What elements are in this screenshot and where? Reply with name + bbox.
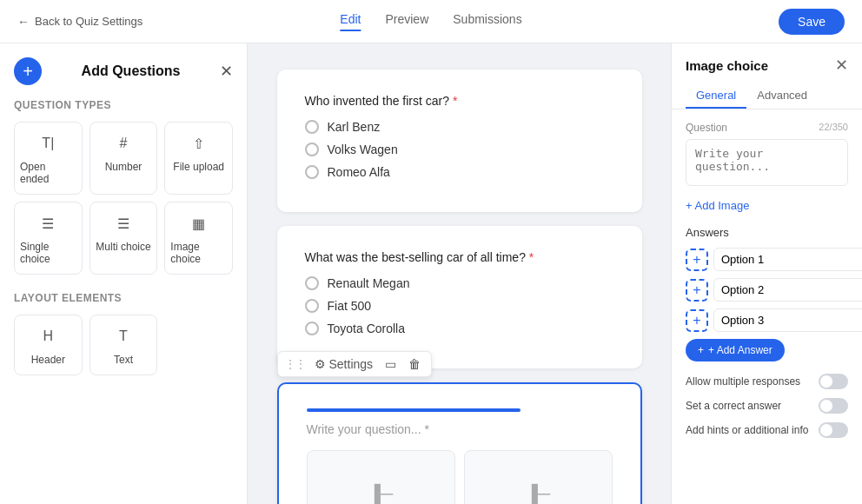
answer-input-3[interactable] — [713, 308, 862, 332]
save-button[interactable]: Save — [779, 9, 845, 35]
duplicate-icon: ▭ — [385, 357, 396, 371]
active-question-card[interactable]: Write your question... * ▐─ ▐─ — [277, 382, 642, 504]
gear-icon: ⚙ — [315, 357, 326, 371]
delete-toolbar-button[interactable]: 🗑 — [405, 355, 424, 373]
sidebar-title: Add Questions — [82, 63, 181, 79]
left-sidebar: + Add Questions ✕ Question types T| Open… — [0, 43, 248, 504]
nav-tabs: Edit Preview Submissions — [340, 12, 521, 31]
type-single-choice[interactable]: ☰ Single choice — [14, 202, 83, 275]
radio-2-2 — [305, 299, 319, 313]
plus-button[interactable]: + — [14, 57, 42, 85]
panel-tab-general[interactable]: General — [686, 83, 746, 109]
question-card-1[interactable]: Who invented the first car? * Karl Benz … — [277, 70, 642, 212]
image-choice-icon: ▦ — [187, 211, 211, 235]
file-upload-icon: ⇧ — [187, 131, 211, 156]
trash-icon: 🗑 — [408, 357, 421, 371]
layout-header-label: Header — [31, 354, 65, 366]
tab-preview[interactable]: Preview — [385, 12, 428, 31]
number-icon: # — [111, 131, 136, 156]
answer-input-1[interactable] — [713, 248, 862, 271]
type-number[interactable]: # Number — [90, 122, 158, 195]
char-count: 22/350 — [819, 122, 848, 134]
image-placeholder-1[interactable]: ▐─ — [307, 450, 455, 504]
answer-add-btn-2[interactable]: + — [686, 279, 708, 302]
active-progress-bar — [307, 408, 521, 412]
question-card-2[interactable]: What was the best-selling car of all tim… — [277, 226, 642, 368]
question-2-text: What was the best-selling car of all tim… — [305, 250, 614, 264]
toggle-multiple-responses-control[interactable] — [819, 374, 848, 389]
image-icon-2: ▐─ — [526, 484, 550, 504]
q1-option-1: Karl Benz — [305, 120, 614, 134]
sidebar-close-button[interactable]: ✕ — [220, 63, 233, 79]
panel-tabs: General Advanced — [672, 75, 862, 109]
q1-option-3: Romeo Alfa — [305, 165, 614, 179]
layout-elements-grid: H Header T Text — [14, 315, 233, 375]
main-layout: + Add Questions ✕ Question types T| Open… — [0, 43, 862, 504]
question-types-grid: T| Open ended # Number ⇧ File upload ☰ S… — [14, 122, 233, 275]
required-star-2: * — [529, 250, 534, 264]
answer-input-2[interactable] — [713, 278, 862, 302]
sidebar-header: + Add Questions ✕ — [14, 57, 233, 85]
question-textarea[interactable] — [686, 139, 848, 186]
plus-icon: + — [698, 344, 704, 356]
single-choice-icon: ☰ — [36, 211, 60, 235]
type-number-label: Number — [105, 161, 143, 173]
answer-add-btn-1[interactable]: + — [686, 249, 708, 271]
question-1-text: Who invented the first car? * — [305, 94, 614, 108]
type-open-ended[interactable]: T| Open ended — [14, 122, 83, 195]
answers-label: Answers — [686, 226, 848, 239]
layout-text-label: Text — [114, 354, 133, 366]
card-toolbar: ⋮⋮ ⚙ Settings ▭ 🗑 — [277, 351, 433, 377]
duplicate-toolbar-button[interactable]: ▭ — [381, 355, 400, 373]
add-image-button[interactable]: + Add Image — [686, 192, 749, 219]
question-types-label: Question types — [14, 99, 233, 111]
panel-tab-advanced[interactable]: Advanced — [746, 83, 818, 109]
type-file-upload-label: File upload — [173, 161, 224, 173]
drag-handle-icon: ⋮⋮ — [285, 358, 306, 370]
layout-header[interactable]: H Header — [14, 315, 83, 375]
radio-2-3 — [305, 322, 319, 335]
back-label: Back to Quiz Settings — [35, 15, 143, 28]
active-question-text: Write your question... * — [307, 422, 613, 436]
q2-option-1: Renault Megan — [305, 276, 614, 290]
image-placeholder-2[interactable]: ▐─ — [464, 450, 613, 504]
layout-elements-label: Layout elements — [14, 292, 233, 304]
type-image-choice[interactable]: ▦ Image choice — [164, 202, 233, 275]
answer-row-1: + ⋯ — [686, 248, 848, 271]
back-link[interactable]: ← Back to Quiz Settings — [17, 15, 143, 29]
layout-text[interactable]: T Text — [90, 315, 158, 375]
q1-option-2: Volks Wagen — [305, 143, 614, 156]
header-icon: H — [36, 324, 60, 348]
toggle-hints: Add hints or additional info — [686, 422, 848, 438]
toggle-multiple-responses: Allow multiple responses — [686, 374, 848, 389]
multi-choice-icon: ☰ — [111, 211, 136, 235]
toggle-correct-answer-control[interactable] — [819, 398, 848, 414]
radio-1-2 — [305, 143, 319, 156]
answer-add-btn-3[interactable]: + — [686, 309, 708, 332]
type-multi-choice-label: Multi choice — [96, 241, 150, 253]
q2-option-3: Toyota Corolla — [305, 322, 614, 335]
type-file-upload[interactable]: ⇧ File upload — [164, 122, 233, 195]
type-image-choice-label: Image choice — [170, 241, 227, 265]
settings-toolbar-button[interactable]: ⚙ Settings — [311, 355, 377, 373]
text-icon: T — [111, 324, 136, 348]
type-multi-choice[interactable]: ☰ Multi choice — [90, 202, 158, 275]
answer-row-3: + ⋯ — [686, 308, 848, 332]
required-star-1: * — [453, 94, 457, 108]
type-single-choice-label: Single choice — [20, 241, 76, 265]
image-grid: ▐─ ▐─ — [307, 450, 613, 504]
add-answer-button[interactable]: + + Add Answer — [686, 339, 785, 361]
top-nav: ← Back to Quiz Settings Edit Preview Sub… — [0, 0, 862, 43]
question-field-label: Question 22/350 — [686, 122, 848, 134]
image-icon-1: ▐─ — [368, 484, 393, 504]
right-panel: Image choice ✕ General Advanced Question… — [671, 43, 862, 504]
tab-submissions[interactable]: Submissions — [453, 12, 521, 31]
panel-body: Question 22/350 + Add Image Answers + ⋯ … — [672, 109, 862, 504]
right-panel-header: Image choice ✕ — [672, 43, 862, 75]
radio-1-1 — [305, 120, 319, 134]
tab-edit[interactable]: Edit — [340, 12, 361, 31]
canvas-area: Who invented the first car? * Karl Benz … — [248, 43, 671, 504]
type-open-ended-label: Open ended — [20, 161, 76, 185]
toggle-hints-control[interactable] — [819, 422, 848, 438]
panel-close-button[interactable]: ✕ — [835, 56, 848, 75]
